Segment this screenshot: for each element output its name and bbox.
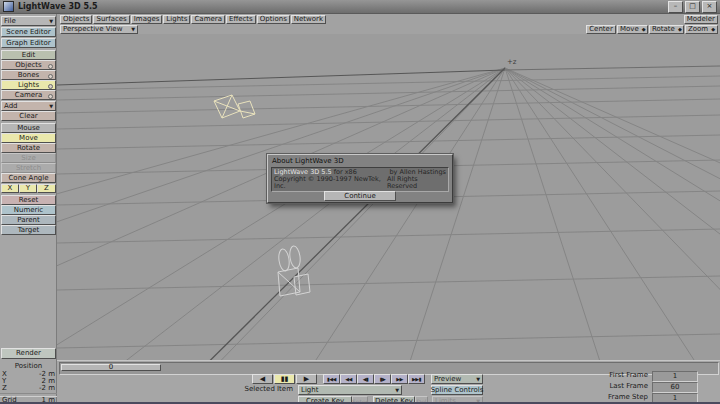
move-view-button[interactable]: Move ◆: [617, 25, 648, 34]
drag-diamond-icon: ◆: [711, 26, 715, 33]
view-selector[interactable]: Perspective View ▼: [60, 25, 138, 34]
last-frame-label: Last Frame: [578, 382, 648, 391]
selected-item-label: Selected Item: [187, 385, 293, 394]
drag-diamond-icon: ◆: [678, 26, 682, 33]
selected-item-dropdown[interactable]: Light ▼: [298, 385, 402, 395]
chevron-down-icon: ▼: [131, 26, 135, 33]
play-forward-button[interactable]: ▶: [296, 374, 317, 384]
sidebar-item-objects[interactable]: Objects: [1, 60, 56, 70]
play-reverse-button[interactable]: ◀: [252, 374, 273, 384]
reset-button[interactable]: Reset: [1, 195, 56, 205]
sidebar: File ▼ Scene Editor Graph Editor Edit Ob…: [0, 14, 57, 404]
graph-editor-button[interactable]: Graph Editor: [1, 38, 56, 48]
tab-surfaces[interactable]: Surfaces: [93, 15, 129, 24]
tab-network[interactable]: Network: [291, 15, 326, 24]
go-last-frame-button[interactable]: ▶▶▮: [408, 374, 425, 384]
position-header: Position: [2, 363, 55, 370]
rotate-tool-button[interactable]: Rotate: [1, 143, 56, 153]
sidebar-item-lights[interactable]: Lights: [1, 80, 56, 90]
numeric-button[interactable]: Numeric: [1, 205, 56, 215]
chevron-down-icon: ▼: [395, 387, 399, 394]
close-icon[interactable]: ×: [702, 1, 717, 13]
rights-label: All Rights Reserved: [387, 176, 446, 190]
window-titlebar: LightWave 3D 5.5 – □ ×: [0, 0, 720, 14]
stretch-tool-button: Stretch: [1, 163, 56, 173]
edit-header: Edit: [1, 50, 56, 60]
window-title: LightWave 3D 5.5: [18, 2, 666, 11]
view-selector-label: Perspective View: [63, 26, 122, 33]
camera-label: Camera: [15, 92, 42, 99]
file-menu[interactable]: File ▼: [1, 16, 56, 26]
axis-x-button[interactable]: X: [1, 184, 19, 193]
position-z-row: Z -2 m: [2, 385, 55, 392]
tab-lights[interactable]: Lights: [163, 15, 190, 24]
z-axis-label: +z: [507, 58, 517, 66]
step-back-button[interactable]: ◀▮: [357, 374, 374, 384]
step-forward-button[interactable]: ▮▶: [374, 374, 391, 384]
tab-camera[interactable]: Camera: [191, 15, 224, 24]
cone-angle-button[interactable]: Cone Angle: [1, 173, 56, 183]
mouse-header: Mouse: [1, 123, 56, 133]
rotate-view-label: Rotate: [652, 26, 675, 33]
app-icon: [3, 1, 14, 12]
rotate-view-button[interactable]: Rotate ◆: [649, 25, 684, 34]
menu-tab-row: Objects Surfaces Images Lights Camera Ef…: [57, 14, 720, 25]
parent-button[interactable]: Parent: [1, 215, 56, 225]
about-dialog: About LightWave 3D LightWave 3D 5.5 for …: [267, 154, 453, 203]
file-menu-label: File: [4, 18, 16, 25]
dialog-copyright-row: Copyright © 1990-1997 NewTek, Inc. All R…: [274, 176, 446, 190]
chevron-down-icon: ▼: [49, 103, 53, 110]
chevron-down-icon: ▼: [49, 18, 53, 25]
preview-menu[interactable]: Preview ▼: [431, 374, 483, 384]
chevron-down-icon: ▼: [476, 376, 480, 383]
frame-slider-handle[interactable]: 0: [61, 364, 161, 371]
sidebar-item-camera[interactable]: Camera: [1, 90, 56, 100]
first-frame-field[interactable]: 1: [652, 371, 698, 382]
radio-indicator-icon: [48, 84, 53, 89]
radio-indicator-icon: [48, 94, 53, 99]
tab-objects[interactable]: Objects: [60, 15, 92, 24]
dialog-title: About LightWave 3D: [272, 157, 344, 165]
objects-label: Objects: [15, 62, 41, 69]
prev-keyframe-button[interactable]: ◀◀: [340, 374, 357, 384]
go-first-frame-button[interactable]: ▮◀◀: [323, 374, 340, 384]
move-tool-button[interactable]: Move: [1, 133, 56, 143]
add-menu[interactable]: Add ▼: [1, 101, 56, 111]
zoom-view-button[interactable]: Zoom ◆: [685, 25, 718, 34]
move-view-label: Move: [620, 26, 639, 33]
view-toolbar: Perspective View ▼ Center Move ◆ Rotate …: [57, 25, 720, 34]
preview-label: Preview: [434, 376, 461, 383]
scene-editor-button[interactable]: Scene Editor: [1, 27, 56, 37]
target-button[interactable]: Target: [1, 225, 56, 235]
last-frame-field[interactable]: 60: [652, 382, 698, 393]
add-label: Add: [4, 103, 18, 110]
continue-button[interactable]: Continue: [324, 191, 396, 201]
first-frame-label: First Frame: [578, 371, 648, 380]
spline-controls-button[interactable]: Spline Controls: [431, 385, 483, 395]
tab-effects[interactable]: Effects: [226, 15, 256, 24]
frame-step-label: Frame Step: [578, 393, 648, 402]
zoom-view-label: Zoom: [688, 26, 708, 33]
axis-y-button[interactable]: Y: [19, 184, 37, 193]
copyright-label: Copyright © 1990-1997 NewTek, Inc.: [274, 176, 387, 190]
bones-label: Bones: [18, 72, 39, 79]
modeler-button[interactable]: Modeler: [684, 15, 718, 24]
size-tool-button: Size: [1, 153, 56, 163]
radio-indicator-icon: [48, 74, 53, 79]
drag-diamond-icon: ◆: [642, 26, 646, 33]
lightwave-window: LightWave 3D 5.5 – □ × Objects Surfaces …: [0, 0, 720, 404]
pause-button[interactable]: ▮▮: [274, 374, 295, 384]
tab-options[interactable]: Options: [257, 15, 290, 24]
render-button[interactable]: Render: [1, 348, 56, 359]
clear-button[interactable]: Clear: [1, 111, 56, 121]
next-keyframe-button[interactable]: ▶▶: [391, 374, 408, 384]
sidebar-item-bones[interactable]: Bones: [1, 70, 56, 80]
dialog-body: LightWave 3D 5.5 for x86 by Allen Hastin…: [271, 167, 449, 192]
lights-label: Lights: [18, 82, 39, 89]
z-axis-label: Z: [2, 385, 7, 392]
center-button[interactable]: Center: [586, 25, 616, 34]
axis-z-button[interactable]: Z: [37, 184, 56, 193]
minimize-icon[interactable]: –: [668, 1, 683, 13]
maximize-icon[interactable]: □: [685, 1, 700, 13]
tab-images[interactable]: Images: [131, 15, 163, 24]
